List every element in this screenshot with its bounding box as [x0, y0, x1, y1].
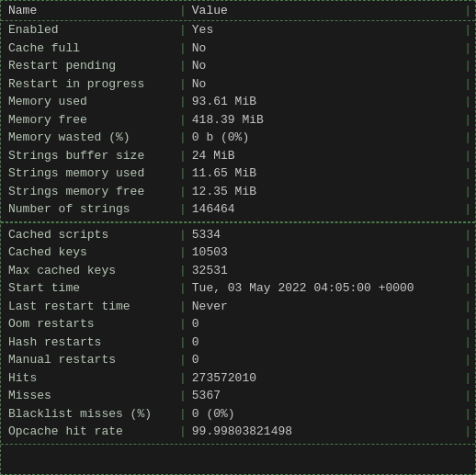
row-name-cell: Strings memory free — [1, 183, 177, 201]
row-value-cell: No — [188, 75, 460, 94]
table-header: Name | Value | — [1, 1, 475, 21]
table-row: Max cached keys|32531| — [1, 262, 475, 280]
table-row: Memory used|93.61 MiB| — [1, 93, 475, 111]
row-value-cell: 24 MiB — [188, 147, 460, 165]
row-value-cell: 0 — [188, 351, 460, 369]
row-end-border: | — [460, 423, 475, 441]
row-separator: | — [177, 129, 188, 147]
table-row: Start time|Tue, 03 May 2022 04:05:00 +00… — [1, 279, 475, 298]
row-value-cell: 0 — [188, 315, 460, 334]
main-table: Name | Value | Enabled|Yes|Cache full|No… — [0, 0, 476, 475]
row-separator: | — [177, 298, 188, 316]
row-value-cell: No — [188, 57, 460, 75]
row-value-cell: 0 b (0%) — [188, 129, 460, 147]
row-separator: | — [177, 351, 188, 369]
row-separator: | — [177, 279, 188, 298]
row-end-border: | — [460, 200, 475, 219]
table-row: Strings memory free|12.35 MiB| — [1, 183, 475, 201]
row-separator: | — [177, 243, 188, 262]
row-name-cell: Strings buffer size — [1, 147, 177, 165]
row-value-cell: 273572010 — [188, 369, 460, 388]
section-divider — [1, 221, 475, 223]
row-name-cell: Strings memory used — [1, 164, 177, 183]
row-value-cell: 12.35 MiB — [188, 183, 460, 201]
row-name-cell: Restart pending — [1, 57, 177, 75]
row-end-border: | — [460, 243, 475, 262]
row-separator: | — [177, 93, 188, 111]
row-end-border: | — [460, 93, 475, 111]
row-end-border: | — [460, 183, 475, 201]
row-value-cell: 32531 — [188, 262, 460, 280]
row-separator: | — [177, 57, 188, 75]
row-separator: | — [177, 21, 188, 40]
row-end-border: | — [460, 75, 475, 94]
row-end-border: | — [460, 387, 475, 405]
row-name-cell: Restart in progress — [1, 75, 177, 94]
row-name-cell: Cache full — [1, 40, 177, 58]
section-2: Cached scripts|5334|Cached keys|10503|Ma… — [1, 226, 475, 441]
row-value-cell: 10503 — [188, 243, 460, 262]
name-column-header: Name — [1, 4, 177, 17]
table-row: Strings buffer size|24 MiB| — [1, 147, 475, 165]
row-name-cell: Misses — [1, 387, 177, 405]
row-separator: | — [177, 262, 188, 280]
row-value-cell: 0 (0%) — [188, 405, 460, 424]
table-bottom-border — [1, 444, 475, 445]
row-name-cell: Cached keys — [1, 243, 177, 262]
row-end-border: | — [460, 111, 475, 130]
row-name-cell: Opcache hit rate — [1, 423, 177, 441]
table-row: Blacklist misses (%)|0 (0%)| — [1, 405, 475, 424]
row-end-border: | — [460, 226, 475, 244]
table-row: Restart pending|No| — [1, 57, 475, 75]
table-row: Oom restarts|0| — [1, 315, 475, 334]
row-separator: | — [177, 164, 188, 183]
row-separator: | — [177, 405, 188, 424]
table-row: Cached keys|10503| — [1, 243, 475, 262]
header-end-border: | — [460, 4, 475, 17]
table-row: Misses|5367| — [1, 387, 475, 405]
row-name-cell: Blacklist misses (%) — [1, 405, 177, 424]
row-end-border: | — [460, 147, 475, 165]
table-row: Memory free|418.39 MiB| — [1, 111, 475, 130]
row-name-cell: Hits — [1, 369, 177, 388]
row-name-cell: Start time — [1, 279, 177, 298]
row-value-cell: 0 — [188, 334, 460, 352]
row-value-cell: 11.65 MiB — [188, 164, 460, 183]
row-name-cell: Manual restarts — [1, 351, 177, 369]
row-value-cell: Yes — [188, 21, 460, 40]
row-value-cell: 5334 — [188, 226, 460, 244]
row-name-cell: Max cached keys — [1, 262, 177, 280]
row-name-cell: Memory wasted (%) — [1, 129, 177, 147]
row-name-cell: Cached scripts — [1, 226, 177, 244]
value-column-header: Value — [188, 4, 460, 17]
row-end-border: | — [460, 57, 475, 75]
row-end-border: | — [460, 129, 475, 147]
row-name-cell: Memory free — [1, 111, 177, 130]
table-row: Memory wasted (%)|0 b (0%)| — [1, 129, 475, 147]
row-value-cell: Never — [188, 298, 460, 316]
row-name-cell: Hash restarts — [1, 334, 177, 352]
row-end-border: | — [460, 405, 475, 424]
row-end-border: | — [460, 262, 475, 280]
row-name-cell: Number of strings — [1, 200, 177, 219]
row-value-cell: Tue, 03 May 2022 04:05:00 +0000 — [188, 279, 460, 298]
table-row: Number of strings|146464| — [1, 200, 475, 219]
table-row: Restart in progress|No| — [1, 75, 475, 94]
row-value-cell: 99.99803821498 — [188, 423, 460, 441]
row-name-cell: Oom restarts — [1, 315, 177, 334]
row-separator: | — [177, 423, 188, 441]
row-separator: | — [177, 75, 188, 94]
row-end-border: | — [460, 351, 475, 369]
row-separator: | — [177, 111, 188, 130]
row-separator: | — [177, 147, 188, 165]
table-row: Hash restarts|0| — [1, 334, 475, 352]
row-value-cell: 146464 — [188, 200, 460, 219]
row-end-border: | — [460, 40, 475, 58]
table-row: Cache full|No| — [1, 40, 475, 58]
table-row: Cached scripts|5334| — [1, 226, 475, 244]
row-end-border: | — [460, 279, 475, 298]
row-separator: | — [177, 334, 188, 352]
row-separator: | — [177, 40, 188, 58]
header-separator: | — [177, 4, 188, 17]
table-row: Hits|273572010| — [1, 369, 475, 388]
